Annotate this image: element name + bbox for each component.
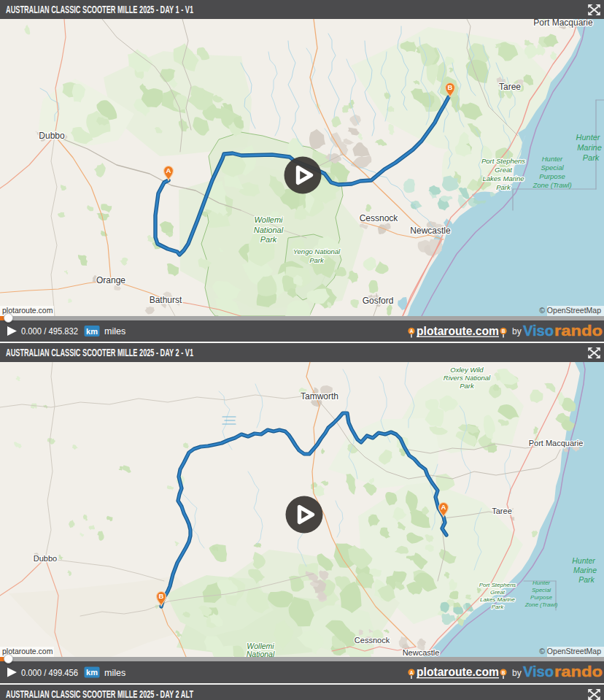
svg-text:Port Macquarie: Port Macquarie <box>529 439 584 447</box>
svg-text:Great: Great <box>495 166 512 174</box>
svg-text:miles: miles <box>104 326 125 336</box>
svg-text:0.000 / 495.832: 0.000 / 495.832 <box>21 326 78 336</box>
svg-text:plotaroute.com: plotaroute.com <box>417 324 499 337</box>
svg-text:Park: Park <box>496 183 511 191</box>
svg-text:B: B <box>448 83 453 91</box>
svg-text:Park: Park <box>578 575 595 584</box>
svg-text:Marine: Marine <box>573 566 597 574</box>
svg-text:by: by <box>512 326 522 336</box>
svg-text:by: by <box>512 668 522 678</box>
svg-text:Hunter: Hunter <box>576 133 600 142</box>
svg-text:miles: miles <box>104 668 125 678</box>
svg-text:Dubbo: Dubbo <box>34 554 57 563</box>
svg-text:Zone (Trawl): Zone (Trawl) <box>532 181 571 189</box>
svg-text:Great: Great <box>490 589 506 596</box>
svg-text:Oxley Wild: Oxley Wild <box>450 366 484 374</box>
svg-text:0.000 / 499.456: 0.000 / 499.456 <box>21 667 78 678</box>
svg-text:A: A <box>410 670 414 675</box>
svg-text:km: km <box>86 668 98 677</box>
svg-text:Hunter: Hunter <box>572 556 595 565</box>
svg-text:Hunter: Hunter <box>542 155 563 163</box>
svg-text:Park: Park <box>309 256 325 264</box>
svg-text:Cessnock: Cessnock <box>360 213 399 223</box>
svg-text:Newcastle: Newcastle <box>410 226 451 236</box>
svg-text:Cessnock: Cessnock <box>355 636 390 645</box>
svg-text:Special: Special <box>541 164 564 172</box>
svg-text:Marine: Marine <box>577 143 602 152</box>
svg-text:Lakes Marine: Lakes Marine <box>482 174 524 182</box>
svg-text:© OpenStreetMap: © OpenStreetMap <box>539 647 601 655</box>
svg-text:rando: rando <box>554 664 603 680</box>
svg-text:Viso: Viso <box>523 323 554 339</box>
svg-text:Yengo National: Yengo National <box>293 247 341 255</box>
svg-text:National: National <box>254 226 284 234</box>
svg-text:km: km <box>86 327 98 336</box>
svg-text:B: B <box>502 328 506 334</box>
svg-text:Viso: Viso <box>523 664 554 680</box>
svg-text:Port Macquarie: Port Macquarie <box>533 19 593 28</box>
svg-text:Bathurst: Bathurst <box>150 295 182 305</box>
svg-text:Orange: Orange <box>96 275 125 285</box>
svg-text:Park: Park <box>260 235 277 244</box>
svg-text:Zone (Trawl): Zone (Trawl) <box>524 601 558 608</box>
svg-text:Taree: Taree <box>499 82 521 92</box>
svg-text:Tamworth: Tamworth <box>301 391 338 401</box>
svg-text:A: A <box>441 503 446 511</box>
svg-text:rando: rando <box>554 323 603 339</box>
svg-text:National: National <box>247 650 275 657</box>
svg-text:Park: Park <box>460 382 475 390</box>
svg-text:B: B <box>502 670 506 675</box>
svg-text:Port Stephens: Port Stephens <box>479 582 516 588</box>
svg-text:Wollemi: Wollemi <box>254 215 283 224</box>
svg-text:B: B <box>159 592 164 600</box>
svg-text:Rivers National: Rivers National <box>444 374 491 382</box>
svg-text:AUSTRALIAN CLASSIC SCOOTER MIL: AUSTRALIAN CLASSIC SCOOTER MILLE 2025 - … <box>6 347 193 358</box>
svg-text:© OpenStreetMap: © OpenStreetMap <box>539 306 601 315</box>
svg-text:Purpose: Purpose <box>530 594 552 601</box>
svg-text:Park: Park <box>492 604 504 610</box>
svg-text:Lakes Marine: Lakes Marine <box>480 596 516 603</box>
svg-text:Port Stephens: Port Stephens <box>481 157 525 165</box>
svg-text:AUSTRALIAN CLASSIC SCOOTER MIL: AUSTRALIAN CLASSIC SCOOTER MILLE 2025 - … <box>6 688 193 700</box>
svg-text:Purpose: Purpose <box>539 172 565 180</box>
svg-text:Gosford: Gosford <box>363 296 394 306</box>
svg-text:Newcastle: Newcastle <box>403 648 440 657</box>
svg-text:Park: Park <box>583 153 600 162</box>
svg-text:Taree: Taree <box>492 507 512 515</box>
svg-text:plotaroute.com: plotaroute.com <box>417 665 499 678</box>
svg-text:Dubbo: Dubbo <box>39 131 65 141</box>
svg-text:Hunter: Hunter <box>533 580 550 586</box>
svg-text:A: A <box>410 328 414 334</box>
svg-text:AUSTRALIAN CLASSIC SCOOTER MIL: AUSTRALIAN CLASSIC SCOOTER MILLE 2025 - … <box>6 4 193 15</box>
svg-text:Special: Special <box>532 587 551 593</box>
svg-text:A: A <box>166 166 171 174</box>
